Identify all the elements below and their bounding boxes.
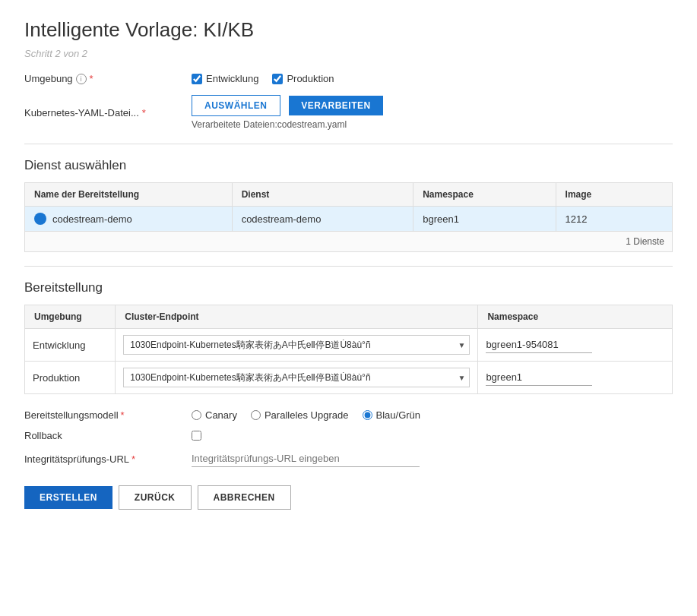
- dep-ns-0: [478, 329, 673, 362]
- col-header-dienst: Dienst: [232, 183, 413, 207]
- dep-ep-1: 1030Endpoint-Kubernetes騎家表術あA中氏eⅡ停B道Ú8àù…: [116, 362, 478, 394]
- service-section-title: Dienst auswählen: [24, 158, 673, 173]
- process-button[interactable]: VERARBEITEN: [289, 96, 383, 115]
- model-paralleles-radio[interactable]: [251, 410, 261, 420]
- endpoint-select-0[interactable]: 1030Endpoint-Kubernetes騎家表術あA中氏eⅡ停B道Ú8àù…: [123, 335, 470, 355]
- env-entwicklung-checkbox[interactable]: [192, 74, 202, 84]
- service-table-footer: 1 Dienste: [24, 232, 673, 252]
- endpoint-select-1[interactable]: 1030Endpoint-Kubernetes騎家表術あA中氏eⅡ停B道Ú8àù…: [123, 368, 470, 387]
- rollback-row: Rollback: [24, 430, 673, 441]
- env-entwicklung[interactable]: Entwicklung: [192, 73, 258, 84]
- environment-row: Umgebung i * Entwicklung Produktion: [24, 73, 673, 84]
- environment-label: Umgebung i *: [24, 73, 192, 84]
- service-table: Name der Bereitstellung Dienst Namespace…: [24, 182, 673, 232]
- rollback-checkbox[interactable]: [192, 431, 201, 441]
- dep-ep-0: 1030Endpoint-Kubernetes騎家表術あA中氏eⅡ停B道Ú8àù…: [116, 329, 478, 362]
- dep-col-ep: Cluster-Endpoint: [116, 305, 478, 329]
- url-row: Integritätsprüfungs-URL *: [24, 450, 673, 467]
- deployment-table-header: Umgebung Cluster-Endpoint Namespace: [25, 305, 673, 329]
- col-header-name: Name der Bereitstellung: [25, 183, 233, 207]
- namespace-input-0[interactable]: [486, 336, 592, 353]
- model-blaugruen[interactable]: Blau/Grün: [363, 409, 421, 421]
- namespace-input-1[interactable]: [486, 369, 592, 386]
- table-row[interactable]: codestream-demo codestream-demo bgreen1 …: [25, 207, 673, 232]
- env-produktion-checkbox[interactable]: [272, 74, 283, 84]
- url-input[interactable]: [192, 450, 420, 467]
- model-paralleles[interactable]: Paralleles Upgrade: [251, 409, 349, 421]
- service-table-header: Name der Bereitstellung Dienst Namespace…: [25, 183, 673, 207]
- service-row-image: 1212: [556, 207, 672, 232]
- dep-umg-0: Entwicklung: [25, 329, 116, 362]
- url-label: Integritätsprüfungs-URL *: [24, 453, 192, 465]
- rollback-label: Rollback: [24, 430, 192, 441]
- yaml-actions: AUSWÄHLEN VERARBEITEN Verarbeitete Datei…: [192, 95, 383, 130]
- page-title: Intelligente Vorlage: KI/KB: [24, 18, 673, 42]
- endpoint-wrapper-0[interactable]: 1030Endpoint-Kubernetes騎家表術あA中氏eⅡ停B道Ú8àù…: [123, 335, 470, 355]
- service-row-namespace: bgreen1: [413, 207, 556, 232]
- dep-umg-1: Produktion: [25, 362, 116, 394]
- deployment-row-produktion: Produktion 1030Endpoint-Kubernetes騎家表術あA…: [25, 362, 673, 394]
- model-row: Bereitstellungsmodell * Canary Parallele…: [24, 409, 673, 421]
- step-label: Schritt 2 von 2: [24, 48, 673, 59]
- yaml-label: Kubernetes-YAML-Datei... *: [24, 107, 192, 118]
- model-radio-group: Canary Paralleles Upgrade Blau/Grün: [192, 409, 420, 421]
- divider-2: [24, 266, 673, 267]
- file-info: Verarbeitete Dateien:codestream.yaml: [192, 119, 383, 130]
- model-canary[interactable]: Canary: [192, 409, 237, 421]
- environment-options: Entwicklung Produktion: [192, 73, 334, 84]
- select-button[interactable]: AUSWÄHLEN: [192, 95, 280, 116]
- model-label: Bereitstellungsmodell *: [24, 409, 192, 421]
- endpoint-wrapper-1[interactable]: 1030Endpoint-Kubernetes騎家表術あA中氏eⅡ停B道Ú8àù…: [123, 368, 470, 387]
- service-row-dienst: codestream-demo: [232, 207, 413, 232]
- deployment-section-title: Bereitstellung: [24, 280, 673, 295]
- model-blaugruen-radio[interactable]: [363, 410, 372, 420]
- col-header-image: Image: [556, 183, 672, 207]
- service-row-radio: codestream-demo: [25, 207, 233, 232]
- create-button[interactable]: ERSTELLEN: [24, 486, 112, 509]
- info-icon[interactable]: i: [76, 74, 87, 84]
- yaml-row: Kubernetes-YAML-Datei... * AUSWÄHLEN VER…: [24, 95, 673, 130]
- dep-ns-1: [478, 362, 673, 394]
- dep-col-umg: Umgebung: [25, 305, 116, 329]
- env-produktion[interactable]: Produktion: [272, 73, 334, 84]
- bottom-actions: ERSTELLEN ZURÜCK ABBRECHEN: [24, 485, 673, 510]
- col-header-namespace: Namespace: [413, 183, 556, 207]
- cancel-button[interactable]: ABBRECHEN: [198, 485, 291, 510]
- back-button[interactable]: ZURÜCK: [119, 485, 192, 510]
- dep-col-ns: Namespace: [478, 305, 673, 329]
- deployment-row-entwicklung: Entwicklung 1030Endpoint-Kubernetes騎家表術あ…: [25, 329, 673, 362]
- deployment-table: Umgebung Cluster-Endpoint Namespace Entw…: [24, 305, 673, 394]
- divider-1: [24, 144, 673, 144]
- selected-radio-dot: [34, 213, 46, 225]
- model-canary-radio[interactable]: [192, 410, 201, 420]
